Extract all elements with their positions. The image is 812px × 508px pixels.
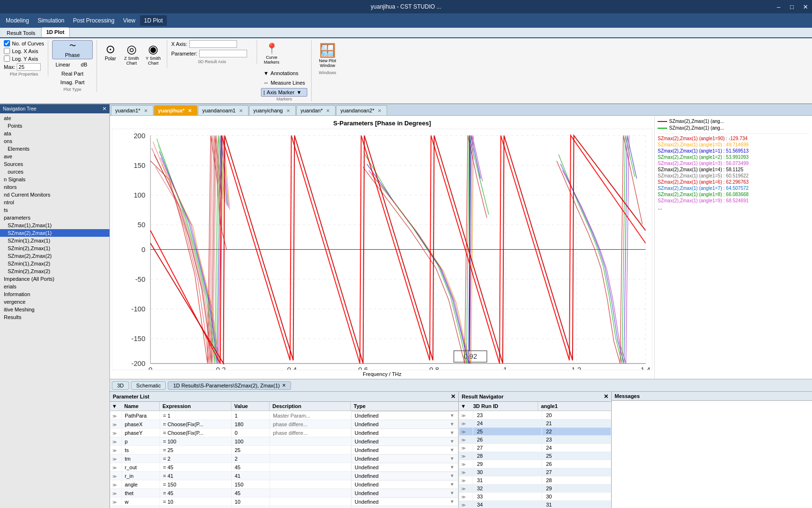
result-row[interactable]: ≫ 33 30	[459, 493, 611, 501]
filter-icon[interactable]: ▼	[110, 402, 121, 410]
tab-yuandan1[interactable]: yuandan1* ✕	[111, 105, 153, 115]
polar-btn[interactable]: ⊙ Polar	[101, 40, 120, 64]
log-x-axis-check[interactable]	[4, 48, 10, 54]
tab-result-tools[interactable]: Result Tools	[2, 29, 40, 37]
tab-yuanjihua[interactable]: yuanjihua* ✕	[154, 105, 198, 115]
tree-item-szmax1-zmax1[interactable]: SZmax(1),Zmax(1)	[0, 221, 109, 229]
tree-item-vergence[interactable]: vergence	[0, 298, 109, 306]
param-row[interactable]: ≫ r_out = 45 45 Undefined ▼	[110, 463, 458, 472]
imag-part-btn[interactable]: Imag. Part	[52, 78, 93, 86]
tab-yuandanoan2[interactable]: yuandanoan2* ✕	[336, 105, 387, 115]
tree-item-nitors[interactable]: nitors	[0, 183, 109, 191]
menu-simulation[interactable]: Simulation	[34, 15, 68, 26]
result-row[interactable]: ≫ 29 26	[459, 460, 611, 468]
result-row[interactable]: ≫ 27 24	[459, 444, 611, 452]
tree-item-ave[interactable]: ave	[0, 153, 109, 160]
param-row[interactable]: ≫ ts = 25 25 Undefined ▼	[110, 446, 458, 454]
tab-yuanjihua-close[interactable]: ✕	[186, 107, 193, 114]
menu-modeling[interactable]: Modeling	[2, 15, 33, 26]
result-row[interactable]: ≫ 25 22	[459, 428, 611, 436]
tree-item-ata[interactable]: ata	[0, 130, 109, 137]
tab-yuandanoam1[interactable]: yuandanoam1 ✕	[198, 105, 249, 115]
close-btn[interactable]: ✕	[799, 0, 812, 13]
log-y-axis-check[interactable]	[4, 55, 10, 62]
menu-view[interactable]: View	[119, 15, 139, 26]
panel-close-btn[interactable]: ✕	[102, 106, 107, 112]
result-row[interactable]: ≫ 32 29	[459, 485, 611, 493]
tree-item-impedance[interactable]: Impedance (All Ports)	[0, 275, 109, 283]
annotations-btn[interactable]: ▼ Annotations	[261, 69, 307, 77]
tree-item-ources[interactable]: ources	[0, 168, 109, 176]
result-row[interactable]: ≫ 23 20	[459, 411, 611, 420]
param-row[interactable]: ≫ p = 100 100 Undefined ▼	[110, 437, 458, 446]
x-axis-input[interactable]	[189, 40, 237, 48]
tab-yuanyichang[interactable]: yuanyichang ✕	[249, 105, 296, 115]
chart-main[interactable]: 200 150 100 50 0 -50 -100 -150 -200	[112, 129, 652, 370]
tab-schematic[interactable]: Schematic	[131, 381, 166, 390]
result-tab-close[interactable]: ✕	[282, 383, 286, 388]
param-row[interactable]: ≫ phaseY = Choose(Fix(P... 0 phase diffe…	[110, 429, 458, 437]
tab-yuandan[interactable]: yuandan* ✕	[296, 105, 336, 115]
tab-yuandanoam1-close[interactable]: ✕	[238, 107, 244, 114]
parameter-input[interactable]	[199, 50, 247, 57]
result-row[interactable]: ≫ 31 28	[459, 476, 611, 485]
tree-item-parameters[interactable]: parameters	[0, 214, 109, 221]
tab-yuandan1-close[interactable]: ✕	[142, 107, 149, 114]
tree-item-points[interactable]: Points	[0, 122, 109, 130]
result-row[interactable]: ≫ 24 21	[459, 420, 611, 428]
param-row[interactable]: ≫ w = 10 10 Undefined ▼	[110, 497, 458, 506]
param-panel-close[interactable]: ✕	[451, 393, 455, 400]
real-part-btn[interactable]: Real Part	[52, 70, 93, 77]
tree-item-meshing[interactable]: itive Meshing	[0, 306, 109, 313]
result-filter-icon[interactable]: ▼	[459, 402, 470, 410]
param-row[interactable]: ≫ r_in = 41 41 Undefined ▼	[110, 472, 458, 480]
result-row[interactable]: ≫ 28 25	[459, 452, 611, 460]
tree-item-erials[interactable]: erials	[0, 283, 109, 290]
axis-marker-btn[interactable]: | Axis Marker ▼	[261, 88, 307, 97]
tree-item-szmin2-zmax2[interactable]: SZmin(2),Zmax(2)	[0, 267, 109, 275]
param-row[interactable]: ≫ PathPara = 1 1 Master Param... Undefin…	[110, 411, 458, 420]
menu-post-processing[interactable]: Post Processing	[69, 15, 119, 26]
param-row[interactable]: ≫ tm = 2 2 Undefined ▼	[110, 454, 458, 463]
tree-item-ntrol[interactable]: ntrol	[0, 199, 109, 206]
result-nav-close[interactable]: ✕	[604, 393, 608, 400]
linear-btn[interactable]: Linear	[52, 60, 74, 69]
max-input[interactable]	[17, 63, 41, 71]
tab-result-path[interactable]: 1D Results\S-Parameters\SZmax(2), Zmax(1…	[168, 381, 291, 390]
tree-item-szmax2-zmax2[interactable]: SZmax(2),Zmax(2)	[0, 252, 109, 260]
minimize-btn[interactable]: –	[772, 0, 785, 13]
measure-lines-btn[interactable]: ↔ Measure Lines	[261, 78, 307, 87]
param-row[interactable]: ≫ thet = 45 45 Undefined ▼	[110, 489, 458, 497]
z-smith-btn[interactable]: ◎ Z Smith Chart	[122, 40, 141, 68]
param-row[interactable]: ≫ f1 = 0 0 Undefined ▼	[110, 506, 458, 508]
tree-item-elements[interactable]: Elements	[0, 145, 109, 153]
new-plot-window-btn[interactable]: 🪟 New Plot Window	[315, 40, 339, 70]
result-row[interactable]: ≫ 34 31	[459, 501, 611, 508]
tree-item-ts[interactable]: ts	[0, 206, 109, 214]
result-row[interactable]: ≫ 26 23	[459, 436, 611, 444]
no-of-curves-check[interactable]	[4, 40, 10, 46]
tree-item-ons[interactable]: ons	[0, 137, 109, 145]
tab-yuanyichang-close[interactable]: ✕	[285, 107, 292, 114]
menu-1d-plot[interactable]: 1D Plot	[140, 15, 166, 26]
tree-item-current-monitors[interactable]: nd Current Monitors	[0, 191, 109, 199]
tree-item-szmin2-zmax1[interactable]: SZmin(2),Zmax(1)	[0, 244, 109, 252]
tree-item-szmin1-zmax1[interactable]: SZmin(1),Zmax(1)	[0, 237, 109, 244]
tree-item-szmax2-zmax1[interactable]: SZmax(2),Zmax(1)	[0, 229, 109, 237]
curve-markers-btn[interactable]: 📍 Curve Markers	[261, 40, 282, 67]
tree-item-sources[interactable]: Sources	[0, 160, 109, 168]
tree-item-ate[interactable]: ate	[0, 114, 109, 122]
param-row[interactable]: ≫ phaseX = Choose(Fix(P... 180 phase dif…	[110, 420, 458, 429]
phase-btn[interactable]: 〜 Phase	[52, 40, 93, 59]
tree-item-results[interactable]: Results	[0, 313, 109, 321]
tab-yuandan-close[interactable]: ✕	[325, 107, 331, 114]
y-smith-btn[interactable]: ◉ Y Smith Chart	[143, 40, 163, 68]
param-row[interactable]: ≫ angle = 150 150 Undefined ▼	[110, 480, 458, 489]
db-btn[interactable]: dB	[76, 60, 93, 69]
tree-item-information[interactable]: Information	[0, 290, 109, 298]
tree-item-szmin1-zmax2[interactable]: SZmin(1),Zmax(2)	[0, 260, 109, 267]
tab-1d-plot[interactable]: 1D Plot	[41, 27, 70, 37]
tree-item-nsignals[interactable]: n Signals	[0, 176, 109, 183]
result-row[interactable]: ≫ 30 27	[459, 468, 611, 476]
restore-btn[interactable]: □	[785, 0, 799, 13]
